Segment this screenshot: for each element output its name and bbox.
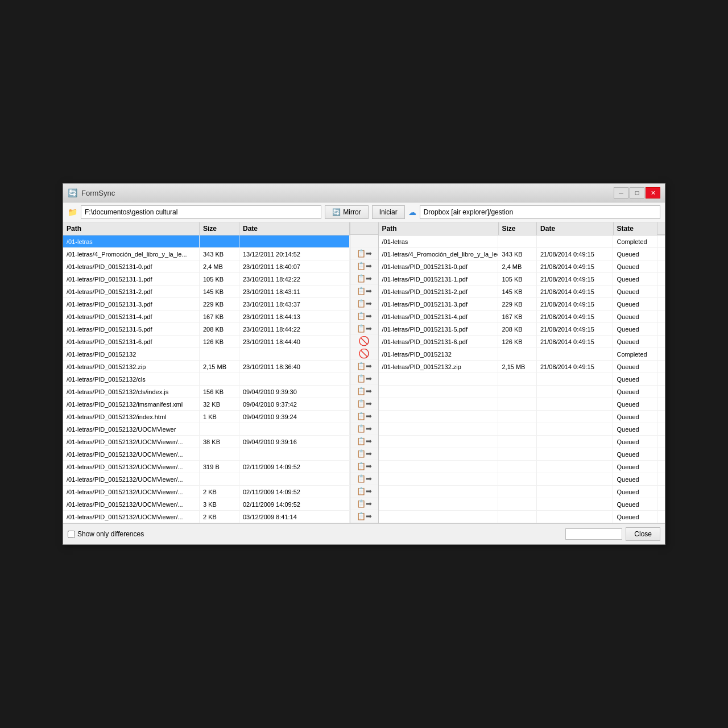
left-table-row[interactable]: /01-letras/PID_00152132	[63, 348, 350, 361]
left-date-cell: 23/10/2011 18:42:22	[239, 273, 350, 285]
center-row: 📋➡	[350, 423, 378, 435]
left-table-row[interactable]: /01-letras/PID_00152132/UOCMViewer/...	[63, 473, 350, 486]
right-table-row[interactable]: Queued	[379, 461, 665, 473]
right-table-row[interactable]: Queued	[379, 486, 665, 498]
maximize-button[interactable]: □	[630, 187, 644, 198]
right-date-cell	[537, 235, 613, 247]
right-table-row[interactable]: Queued	[379, 386, 665, 398]
left-table-row[interactable]: /01-letras/PID_00152132.zip 2,15 MB 23/1…	[63, 361, 350, 373]
left-table-row[interactable]: /01-letras/4_Promoción_del_libro_y_la_le…	[63, 248, 350, 260]
right-table-row[interactable]: Queued	[379, 423, 665, 436]
left-path-cell: /01-letras/4_Promoción_del_libro_y_la_le…	[63, 248, 200, 260]
right-table-row[interactable]: /01-letras/PID_00152132 Completed	[379, 348, 665, 361]
right-table-row[interactable]: /01-letras/PID_00152131-0.pdf 2,4 MB 21/…	[379, 260, 665, 273]
left-path-cell: /01-letras/PID_00152132/UOCMViewer	[63, 423, 200, 435]
right-date-cell	[537, 411, 613, 423]
right-table-row[interactable]: Queued	[379, 411, 665, 423]
title-bar-left: 🔄 FormSync	[68, 188, 115, 197]
left-panel: Path Size Date /01-letras /01-letras/4_P…	[63, 222, 350, 523]
right-table-row[interactable]: /01-letras/PID_00152132.zip 2,15 MB 21/0…	[379, 361, 665, 373]
left-table-row[interactable]: /01-letras/PID_00152132/UOCMViewer/... 3…	[63, 461, 350, 473]
right-date-cell	[537, 511, 613, 523]
right-state-cell: Queued	[613, 486, 657, 498]
left-table-row[interactable]: /01-letras/PID_00152131-1.pdf 105 KB 23/…	[63, 273, 350, 286]
left-table-row[interactable]: /01-letras/PID_00152131-5.pdf 208 KB 23/…	[63, 323, 350, 336]
right-size-cell	[498, 423, 537, 435]
show-diff-checkbox[interactable]	[68, 531, 75, 538]
left-table-row[interactable]: /01-letras/PID_00152131-4.pdf 167 KB 23/…	[63, 311, 350, 323]
show-diff-label[interactable]: Show only differences	[68, 530, 144, 538]
right-table-row[interactable]: /01-letras/4_Promoción_del_libro_y_la_le…	[379, 248, 665, 260]
left-table-row[interactable]: /01-letras/PID_00152132/UOCMViewer/... 3…	[63, 436, 350, 448]
right-size-cell	[498, 448, 537, 460]
left-table-row[interactable]: /01-letras/PID_00152132/UOCMViewer/...	[63, 448, 350, 461]
left-table-row[interactable]: /01-letras/PID_00152131-0.pdf 2,4 MB 23/…	[63, 260, 350, 273]
left-size-cell: 105 KB	[200, 273, 239, 285]
copy-arrow-icon: 📋➡	[357, 424, 372, 433]
minimize-button[interactable]: ─	[614, 187, 628, 198]
left-table-row[interactable]: /01-letras/PID_00152132/UOCMViewer/... 2…	[63, 486, 350, 498]
right-date-cell: 21/08/2014 0:49:15	[537, 311, 613, 322]
title-bar: 🔄 FormSync ─ □ ✕	[63, 184, 665, 202]
right-size-cell	[498, 235, 537, 247]
left-date-cell: 02/11/2009 14:09:52	[239, 498, 350, 510]
left-table-row[interactable]: /01-letras	[63, 235, 350, 248]
iniciar-button[interactable]: Iniciar	[372, 205, 405, 219]
left-table-row[interactable]: /01-letras/PID_00152131-6.pdf 126 KB 23/…	[63, 336, 350, 348]
right-size-cell: 2,15 MB	[498, 361, 537, 373]
right-date-header: Date	[537, 222, 613, 235]
left-date-cell: 23/10/2011 18:44:13	[239, 311, 350, 322]
right-date-cell: 21/08/2014 0:49:15	[537, 298, 613, 310]
left-table-row[interactable]: /01-letras/PID_00152131-2.pdf 145 KB 23/…	[63, 286, 350, 298]
left-path-cell: /01-letras/PID_00152132/UOCMViewer/...	[63, 461, 200, 473]
right-table-row[interactable]: Queued	[379, 511, 665, 523]
right-table-row[interactable]: /01-letras/PID_00152131-5.pdf 208 KB 21/…	[379, 323, 665, 336]
left-table-body: /01-letras /01-letras/4_Promoción_del_li…	[63, 235, 350, 523]
right-table-row[interactable]: Queued	[379, 473, 665, 486]
right-table-row[interactable]: Queued	[379, 398, 665, 411]
right-state-cell: Queued	[613, 286, 657, 297]
right-table-row[interactable]: Queued	[379, 436, 665, 448]
right-state-cell: Queued	[613, 336, 657, 348]
dropbox-icon: ☁	[408, 208, 416, 217]
right-table-row[interactable]: /01-letras/PID_00152131-2.pdf 145 KB 21/…	[379, 286, 665, 298]
copy-arrow-icon: 📋➡	[357, 362, 372, 370]
center-row: 📋➡	[350, 310, 378, 322]
close-button[interactable]: Close	[626, 527, 660, 541]
left-path-cell: /01-letras	[63, 235, 200, 247]
left-table-row[interactable]: /01-letras/PID_00152132/imsmanifest.xml …	[63, 398, 350, 411]
progress-bar	[565, 528, 622, 540]
left-date-cell: 23/10/2011 18:40:07	[239, 260, 350, 272]
left-table-row[interactable]: /01-letras/PID_00152131-3.pdf 229 KB 23/…	[63, 298, 350, 311]
left-path-cell: /01-letras/PID_00152131-5.pdf	[63, 323, 200, 335]
right-panel-header: Path Size Date State	[379, 222, 665, 235]
right-state-cell: Queued	[613, 248, 657, 260]
left-size-cell: 229 KB	[200, 298, 239, 310]
right-path-cell	[379, 398, 499, 410]
right-table-row[interactable]: Queued	[379, 498, 665, 511]
right-table-row[interactable]: /01-letras/PID_00152131-3.pdf 229 KB 21/…	[379, 298, 665, 311]
left-table-row[interactable]: /01-letras/PID_00152132/cls/index.js 156…	[63, 386, 350, 398]
close-window-button[interactable]: ✕	[646, 187, 660, 198]
copy-arrow-icon: 📋➡	[357, 274, 372, 283]
right-table-row[interactable]: Queued	[379, 373, 665, 386]
mirror-button[interactable]: 🔄 Mirror	[325, 205, 368, 219]
right-size-cell: 126 KB	[498, 336, 537, 348]
right-path-header: Path	[379, 222, 499, 235]
right-table-row[interactable]: /01-letras/PID_00152131-1.pdf 105 KB 21/…	[379, 273, 665, 286]
left-path-cell: /01-letras/PID_00152132/cls	[63, 373, 200, 385]
left-table-row[interactable]: /01-letras/PID_00152132/cls	[63, 373, 350, 386]
left-table-row[interactable]: /01-letras/PID_00152132/UOCMViewer/... 2…	[63, 511, 350, 523]
right-table-row[interactable]: Queued	[379, 448, 665, 461]
right-table-row[interactable]: /01-letras/PID_00152131-6.pdf 126 KB 21/…	[379, 336, 665, 348]
copy-arrow-icon: 📋➡	[357, 462, 372, 470]
left-table-row[interactable]: /01-letras/PID_00152132/UOCMViewer	[63, 423, 350, 436]
right-state-cell: Queued	[613, 373, 657, 385]
left-table-row[interactable]: /01-letras/PID_00152132/UOCMViewer/... 3…	[63, 498, 350, 511]
left-table-row[interactable]: /01-letras/PID_00152132/index.html 1 KB …	[63, 411, 350, 423]
center-row: 📋➡	[350, 510, 378, 523]
local-path-input[interactable]	[81, 205, 321, 219]
right-table-row[interactable]: /01-letras/PID_00152131-4.pdf 167 KB 21/…	[379, 311, 665, 323]
right-table-row[interactable]: /01-letras Completed	[379, 235, 665, 248]
center-row: 📋➡	[350, 360, 378, 373]
